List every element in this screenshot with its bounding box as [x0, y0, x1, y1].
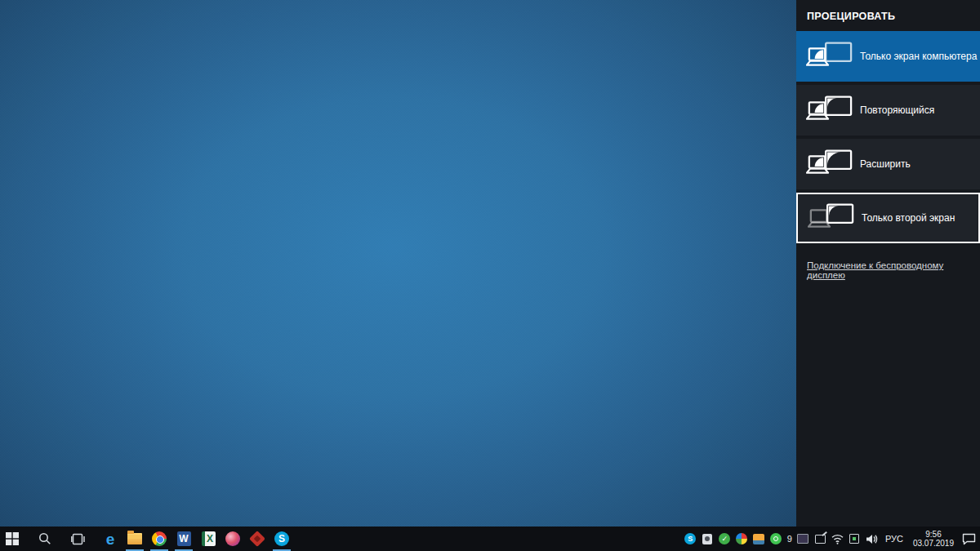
action-center-icon[interactable] [961, 533, 976, 545]
project-option-duplicate[interactable]: Повторяющийся [796, 85, 980, 136]
duplicate-icon [806, 94, 853, 127]
project-option-pc-screen-only[interactable]: Только экран компьютера [796, 31, 980, 82]
taskbar-app-photos[interactable] [220, 527, 245, 551]
taskbar-app-edge[interactable]: e [98, 527, 122, 551]
whatsapp-tray-icon[interactable] [770, 533, 782, 545]
skype-icon: S [274, 531, 289, 546]
system-tray: S ✓ 9 РУС 9:56 03.07.2019 [684, 527, 980, 551]
chrome-icon [152, 531, 167, 546]
wifi-icon[interactable] [831, 533, 844, 545]
project-option-label: Повторяющийся [860, 104, 934, 116]
user-tray-icon[interactable] [702, 533, 714, 545]
gpu-tray-icon[interactable] [849, 533, 861, 545]
project-option-second-screen-only[interactable]: Только второй экран [796, 193, 980, 243]
project-flyout-panel: ПРОЕЦИРОВАТЬ Только экран компьютера Пов… [796, 0, 980, 527]
pen-tray-icon[interactable] [814, 533, 826, 545]
taskbar-app-word[interactable]: W [172, 527, 196, 551]
pinwheel-tray-icon[interactable] [736, 533, 748, 545]
taskbar-app-red-diamond[interactable] [245, 527, 270, 551]
project-option-label: Только экран компьютера [860, 51, 977, 62]
connect-wireless-display-link[interactable]: Подключение к беспроводному дисплею [807, 260, 969, 280]
photos-app-icon [225, 531, 240, 546]
taskbar-app-excel[interactable]: X [196, 527, 220, 551]
project-option-label: Расширить [860, 158, 911, 170]
edge-icon: e [106, 531, 115, 547]
volume-icon[interactable] [866, 533, 878, 545]
second-screen-only-icon [808, 202, 855, 234]
taskbar: e W X S S ✓ [0, 527, 980, 551]
search-button[interactable] [33, 527, 57, 551]
start-icon [6, 532, 19, 545]
language-indicator[interactable]: РУС [883, 534, 906, 544]
project-panel-title: ПРОЕЦИРОВАТЬ [796, 0, 980, 31]
search-icon [38, 532, 51, 545]
clock-time: 9:56 [925, 530, 941, 539]
photo-tray-icon[interactable] [753, 533, 765, 545]
taskbar-app-skype[interactable]: S [270, 527, 294, 551]
check-tray-icon[interactable]: ✓ [719, 533, 731, 545]
skype-tray-icon[interactable]: S [684, 533, 697, 545]
pc-screen-only-icon [806, 40, 853, 73]
task-view-icon [71, 533, 85, 545]
taskbar-left: e W X S [0, 527, 294, 551]
project-option-label: Только второй экран [862, 212, 955, 224]
clock[interactable]: 9:56 03.07.2019 [911, 530, 956, 548]
file-explorer-icon [127, 533, 142, 544]
red-diamond-app-icon [249, 531, 265, 547]
extend-icon [806, 148, 853, 180]
taskbar-app-chrome[interactable] [147, 527, 172, 551]
taskbar-app-file-explorer[interactable] [122, 527, 147, 551]
monitor-tray-icon[interactable] [797, 533, 809, 545]
clock-date: 03.07.2019 [913, 539, 954, 548]
task-view-button[interactable] [65, 527, 90, 551]
excel-icon: X [202, 531, 216, 546]
project-option-extend[interactable]: Расширить [796, 139, 980, 189]
tray-counter-badge[interactable]: 9 [787, 534, 792, 544]
start-button[interactable] [0, 527, 24, 551]
word-icon: W [177, 531, 191, 546]
